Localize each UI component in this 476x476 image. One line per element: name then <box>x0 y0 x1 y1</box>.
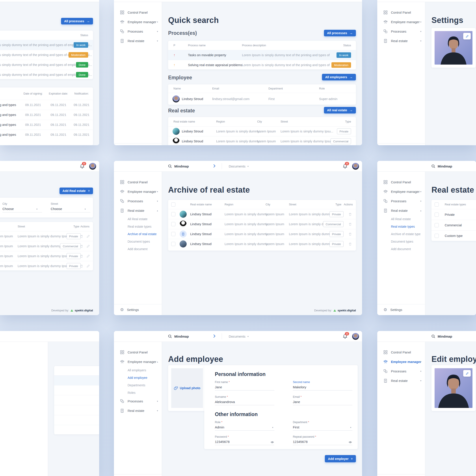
edit-photo-button[interactable] <box>463 33 471 39</box>
sidebar-item-processes[interactable]: Processes▾ <box>377 366 425 376</box>
user-avatar[interactable] <box>89 163 96 170</box>
table-row[interactable]: Lorem Ipsum is simply dummy text of the … <box>0 110 93 120</box>
table-row[interactable]: Lorem Ipsum is simply dummy text of the … <box>0 50 93 60</box>
sidebar-item-control-panel[interactable]: Control Panel <box>377 8 425 17</box>
sidebar-item-real-estate[interactable]: Real estate▾ <box>377 376 425 385</box>
select-all-checkbox[interactable] <box>171 203 175 207</box>
global-search[interactable]: Mindmap <box>431 161 452 171</box>
sidebar-item-real-estate-types[interactable]: Real estate types <box>377 223 425 230</box>
email-field[interactable]: Jane <box>293 400 300 404</box>
table-row[interactable]: ↑ Solving real estate appraisal problems… <box>168 60 356 70</box>
sidebar-item-settings[interactable]: ⚙Settings <box>377 474 425 476</box>
sidebar-item-employee-manager[interactable]: Employee manager▾ <box>377 187 425 196</box>
delete-icon[interactable] <box>80 254 83 258</box>
sidebar-item-add-document[interactable]: Add document <box>114 245 162 253</box>
sidebar-item-document-types[interactable]: Document types <box>114 238 162 245</box>
sidebar-item-settings[interactable]: ⚙Settings <box>114 143 162 145</box>
sidebar-item-processes[interactable]: Processes▾ <box>377 196 425 206</box>
sidebar-item-settings[interactable]: ⚙Settings <box>114 304 162 315</box>
eye-icon[interactable] <box>348 440 352 444</box>
table-row[interactable]: First Super-admin <box>54 415 99 425</box>
user-avatar[interactable] <box>352 333 359 340</box>
sidebar-item-employee-manager[interactable]: Employee manager▾ <box>377 17 425 27</box>
sidebar-item-settings[interactable]: ⚙Settings <box>114 474 162 476</box>
table-row[interactable]: Lorem Ipsum is simply dummy text of the … <box>0 100 93 110</box>
documents-dropdown[interactable]: Documents▾ <box>229 331 249 341</box>
table-row[interactable]: Lindsey Stroud Lorem Ipsum is simply dum… <box>168 219 356 229</box>
row-checkbox[interactable] <box>171 212 175 216</box>
sidebar-item-real-estate-types[interactable]: Real estate types <box>114 223 162 230</box>
sidebar-item-processes[interactable]: Processes▾ <box>114 27 162 36</box>
delete-icon[interactable] <box>80 235 83 238</box>
sidebar-item-settings[interactable]: ⚙Settings <box>377 304 425 315</box>
sidebar-item-document-types[interactable]: Document types <box>377 238 425 245</box>
department-select[interactable]: First <box>293 425 299 429</box>
sidebar-item-processes[interactable]: Processes▾ <box>114 396 162 406</box>
sidebar-item-all-real-estate[interactable]: All Real estate <box>377 215 425 223</box>
table-row[interactable]: Private <box>431 209 476 220</box>
eye-icon[interactable] <box>270 440 274 444</box>
table-row[interactable]: Lindsey Stroud Lorem Ipsum is simply dum… <box>168 229 356 239</box>
table-row[interactable]: Custom type <box>431 230 476 241</box>
first-name-field[interactable]: Jane <box>215 385 222 389</box>
documents-dropdown[interactable]: Documents▾ <box>229 161 249 171</box>
sidebar-item-real-estate[interactable]: Real estate▾ <box>114 36 162 46</box>
table-row[interactable]: ↑ Tasks on movable property Lorem Ipsum … <box>168 50 356 60</box>
row-checkbox[interactable] <box>171 232 175 236</box>
sidebar-item-control-panel[interactable]: Control Panel <box>114 8 162 17</box>
table-row[interactable]: Lindsey Stroud Lorem Ipsum is simply dum… <box>168 209 356 219</box>
sidebar-item-settings[interactable]: ⚙Settings <box>377 143 425 145</box>
table-row[interactable]: Lorem Ipsum is simply dummy text of the … <box>0 130 93 139</box>
global-search[interactable]: Mindmap <box>431 331 452 341</box>
delete-icon[interactable] <box>348 242 352 246</box>
table-row[interactable]: First Super-admin <box>54 405 99 415</box>
table-row[interactable]: Lorem Ipsum is simply dummy text of the … <box>0 60 93 70</box>
notifications-bell[interactable]: 12 <box>79 164 85 169</box>
all-processes-button[interactable]: All processes→ <box>61 18 93 24</box>
surname-field[interactable]: Aleksandrova <box>215 400 235 404</box>
sidebar-item-employee-manager[interactable]: Employee manager▴ <box>114 357 162 366</box>
table-row[interactable]: Lorem Ipsum Lorem Ipsum is simply dummy … <box>0 241 93 251</box>
sidebar-item-employee-manager[interactable]: Employee manager▾ <box>114 187 162 196</box>
table-row[interactable]: Lindsey Stroud lindsey.stroud@gmail.com … <box>168 93 356 105</box>
city-select[interactable]: Choose <box>2 207 14 211</box>
delete-icon[interactable] <box>348 212 352 216</box>
sidebar-item-roles[interactable]: Roles <box>114 389 162 396</box>
table-row[interactable]: Lindsey Stroud Lorem Ipsum is simply dum… <box>168 136 356 145</box>
table-row[interactable]: Lorem Ipsum Lorem Ipsum is simply dummy … <box>0 231 93 241</box>
sidebar-item-all-employers[interactable]: All employers <box>114 366 162 374</box>
row-checkbox[interactable] <box>435 234 439 238</box>
edit-icon[interactable] <box>86 235 90 238</box>
edit-photo-button[interactable] <box>463 370 471 377</box>
sidebar-item-control-panel[interactable]: Control Panel <box>114 348 162 357</box>
row-checkbox[interactable] <box>171 222 175 226</box>
table-row[interactable]: First Super-admin <box>54 425 99 435</box>
row-checkbox[interactable] <box>435 223 439 227</box>
notifications-bell[interactable]: 12 <box>342 334 348 339</box>
sidebar-item-processes[interactable]: Processes▾ <box>377 27 425 36</box>
sidebar-item-archive-of-real-estate[interactable]: Archive of real estate <box>114 230 162 238</box>
edit-icon[interactable] <box>86 244 90 248</box>
table-row[interactable]: Lorem Ipsum Lorem Ipsum is simply dummy … <box>0 251 93 261</box>
row-checkbox[interactable] <box>435 212 439 217</box>
chevron-right-icon[interactable] <box>213 334 216 338</box>
table-row[interactable]: Commercial <box>431 220 476 230</box>
upload-photo-button[interactable]: Upload photo <box>171 368 203 408</box>
delete-icon[interactable] <box>80 244 83 248</box>
chevron-right-icon[interactable] <box>213 164 216 168</box>
all-real-estate-button[interactable]: All real estate→ <box>324 107 356 114</box>
sidebar-item-real-estate[interactable]: Real estate▾ <box>114 406 162 415</box>
row-checkbox[interactable] <box>171 242 175 246</box>
sidebar-item-real-estate[interactable]: Real estate▴ <box>377 206 425 215</box>
table-row[interactable]: Lindsey Stroud Lorem Ipsum is simply dum… <box>168 239 356 249</box>
street-select[interactable]: Choose <box>51 207 62 211</box>
sidebar-item-all-real-estate[interactable]: All Real estate <box>114 215 162 223</box>
user-avatar[interactable] <box>352 163 359 170</box>
all-employeers-button[interactable]: All employeers→ <box>322 74 356 80</box>
global-search[interactable]: Mindmap <box>168 161 189 171</box>
second-name-field[interactable]: Makelory <box>293 385 306 389</box>
delete-icon[interactable] <box>348 232 352 236</box>
sidebar-item-processes[interactable]: Processes▾ <box>114 196 162 206</box>
sidebar-item-control-panel[interactable]: Control Panel <box>114 177 162 187</box>
delete-icon[interactable] <box>80 264 83 268</box>
